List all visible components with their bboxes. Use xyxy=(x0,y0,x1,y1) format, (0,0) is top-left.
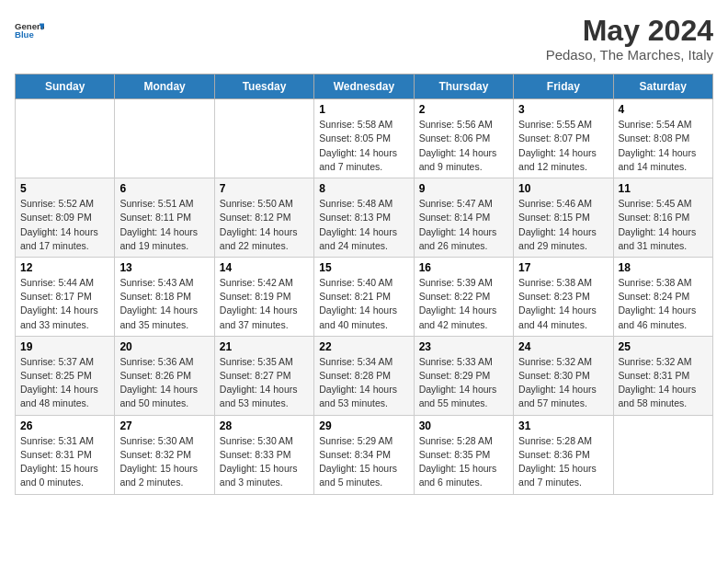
calendar-cell: 5Sunrise: 5:52 AM Sunset: 8:09 PM Daylig… xyxy=(16,178,115,258)
day-number: 29 xyxy=(319,419,408,432)
calendar-week: 5Sunrise: 5:52 AM Sunset: 8:09 PM Daylig… xyxy=(16,178,713,258)
day-info: Sunrise: 5:46 AM Sunset: 8:15 PM Dayligh… xyxy=(518,197,608,253)
day-number: 31 xyxy=(518,419,608,432)
day-info: Sunrise: 5:39 AM Sunset: 8:22 PM Dayligh… xyxy=(419,276,508,332)
day-number: 14 xyxy=(220,261,309,274)
calendar-cell xyxy=(214,99,313,178)
day-number: 24 xyxy=(518,340,608,353)
day-info: Sunrise: 5:55 AM Sunset: 8:07 PM Dayligh… xyxy=(518,118,608,174)
day-info: Sunrise: 5:48 AM Sunset: 8:13 PM Dayligh… xyxy=(319,197,408,253)
calendar-cell xyxy=(16,99,115,178)
day-number: 20 xyxy=(119,340,209,353)
day-info: Sunrise: 5:32 AM Sunset: 8:31 PM Dayligh… xyxy=(619,355,708,411)
dow-header: Monday xyxy=(115,75,214,99)
day-number: 8 xyxy=(319,182,408,195)
calendar-cell: 11Sunrise: 5:45 AM Sunset: 8:16 PM Dayli… xyxy=(613,178,712,258)
calendar-cell: 16Sunrise: 5:39 AM Sunset: 8:22 PM Dayli… xyxy=(414,257,513,336)
calendar-cell: 20Sunrise: 5:36 AM Sunset: 8:26 PM Dayli… xyxy=(115,336,214,415)
calendar-cell: 27Sunrise: 5:30 AM Sunset: 8:32 PM Dayli… xyxy=(115,415,214,494)
day-info: Sunrise: 5:35 AM Sunset: 8:27 PM Dayligh… xyxy=(220,355,309,411)
month-title: May 2024 xyxy=(546,15,713,47)
dow-header: Saturday xyxy=(613,75,712,99)
location-title: Pedaso, The Marches, Italy xyxy=(546,47,713,63)
calendar-cell: 29Sunrise: 5:29 AM Sunset: 8:34 PM Dayli… xyxy=(314,415,414,494)
day-number: 1 xyxy=(319,103,408,116)
day-info: Sunrise: 5:50 AM Sunset: 8:12 PM Dayligh… xyxy=(220,197,309,253)
day-info: Sunrise: 5:44 AM Sunset: 8:17 PM Dayligh… xyxy=(20,276,109,332)
day-number: 6 xyxy=(119,182,209,195)
day-info: Sunrise: 5:28 AM Sunset: 8:36 PM Dayligh… xyxy=(518,434,608,490)
calendar-cell: 23Sunrise: 5:33 AM Sunset: 8:29 PM Dayli… xyxy=(414,336,513,415)
day-number: 27 xyxy=(119,419,209,432)
calendar-week: 19Sunrise: 5:37 AM Sunset: 8:25 PM Dayli… xyxy=(16,336,713,415)
day-info: Sunrise: 5:51 AM Sunset: 8:11 PM Dayligh… xyxy=(119,197,209,253)
day-info: Sunrise: 5:52 AM Sunset: 8:09 PM Dayligh… xyxy=(20,197,109,253)
calendar-cell: 22Sunrise: 5:34 AM Sunset: 8:28 PM Dayli… xyxy=(314,336,414,415)
calendar-cell: 24Sunrise: 5:32 AM Sunset: 8:30 PM Dayli… xyxy=(514,336,613,415)
calendar-cell: 17Sunrise: 5:38 AM Sunset: 8:23 PM Dayli… xyxy=(514,257,613,336)
calendar-cell: 26Sunrise: 5:31 AM Sunset: 8:31 PM Dayli… xyxy=(16,415,115,494)
day-info: Sunrise: 5:36 AM Sunset: 8:26 PM Dayligh… xyxy=(119,355,209,411)
calendar-cell: 25Sunrise: 5:32 AM Sunset: 8:31 PM Dayli… xyxy=(613,336,712,415)
day-number: 9 xyxy=(419,182,508,195)
calendar-cell: 15Sunrise: 5:40 AM Sunset: 8:21 PM Dayli… xyxy=(314,257,414,336)
day-info: Sunrise: 5:30 AM Sunset: 8:33 PM Dayligh… xyxy=(220,434,309,490)
day-number: 11 xyxy=(619,182,708,195)
day-info: Sunrise: 5:38 AM Sunset: 8:24 PM Dayligh… xyxy=(619,276,708,332)
day-number: 17 xyxy=(518,261,608,274)
day-number: 15 xyxy=(319,261,408,274)
dow-header: Sunday xyxy=(16,75,115,99)
logo: General Blue xyxy=(15,15,44,44)
day-number: 3 xyxy=(518,103,608,116)
day-info: Sunrise: 5:58 AM Sunset: 8:05 PM Dayligh… xyxy=(319,118,408,174)
calendar-cell xyxy=(115,99,214,178)
calendar-cell: 13Sunrise: 5:43 AM Sunset: 8:18 PM Dayli… xyxy=(115,257,214,336)
calendar-cell: 8Sunrise: 5:48 AM Sunset: 8:13 PM Daylig… xyxy=(314,178,414,258)
day-info: Sunrise: 5:38 AM Sunset: 8:23 PM Dayligh… xyxy=(518,276,608,332)
calendar-week: 12Sunrise: 5:44 AM Sunset: 8:17 PM Dayli… xyxy=(16,257,713,336)
day-number: 25 xyxy=(619,340,708,353)
calendar-cell: 10Sunrise: 5:46 AM Sunset: 8:15 PM Dayli… xyxy=(514,178,613,258)
page-header: General Blue May 2024 Pedaso, The Marche… xyxy=(15,15,713,63)
day-info: Sunrise: 5:33 AM Sunset: 8:29 PM Dayligh… xyxy=(419,355,508,411)
day-info: Sunrise: 5:42 AM Sunset: 8:19 PM Dayligh… xyxy=(220,276,309,332)
day-number: 7 xyxy=(220,182,309,195)
title-area: May 2024 Pedaso, The Marches, Italy xyxy=(546,15,713,63)
day-info: Sunrise: 5:34 AM Sunset: 8:28 PM Dayligh… xyxy=(319,355,408,411)
day-number: 23 xyxy=(419,340,508,353)
day-number: 21 xyxy=(220,340,309,353)
day-info: Sunrise: 5:28 AM Sunset: 8:35 PM Dayligh… xyxy=(419,434,508,490)
day-info: Sunrise: 5:43 AM Sunset: 8:18 PM Dayligh… xyxy=(119,276,209,332)
day-number: 16 xyxy=(419,261,508,274)
calendar-cell: 2Sunrise: 5:56 AM Sunset: 8:06 PM Daylig… xyxy=(414,99,513,178)
calendar-body: 1Sunrise: 5:58 AM Sunset: 8:05 PM Daylig… xyxy=(16,99,713,494)
calendar-cell: 1Sunrise: 5:58 AM Sunset: 8:05 PM Daylig… xyxy=(314,99,414,178)
day-number: 12 xyxy=(20,261,109,274)
calendar-cell xyxy=(613,415,712,494)
day-number: 22 xyxy=(319,340,408,353)
day-info: Sunrise: 5:40 AM Sunset: 8:21 PM Dayligh… xyxy=(319,276,408,332)
day-number: 30 xyxy=(419,419,508,432)
day-number: 19 xyxy=(20,340,109,353)
day-number: 4 xyxy=(619,103,708,116)
day-info: Sunrise: 5:31 AM Sunset: 8:31 PM Dayligh… xyxy=(20,434,109,490)
calendar-cell: 12Sunrise: 5:44 AM Sunset: 8:17 PM Dayli… xyxy=(16,257,115,336)
calendar-week: 1Sunrise: 5:58 AM Sunset: 8:05 PM Daylig… xyxy=(16,99,713,178)
dow-header: Wednesday xyxy=(314,75,414,99)
calendar-cell: 30Sunrise: 5:28 AM Sunset: 8:35 PM Dayli… xyxy=(414,415,513,494)
svg-text:Blue: Blue xyxy=(15,29,34,40)
day-info: Sunrise: 5:54 AM Sunset: 8:08 PM Dayligh… xyxy=(619,118,708,174)
day-number: 28 xyxy=(220,419,309,432)
day-number: 26 xyxy=(20,419,109,432)
calendar-cell: 3Sunrise: 5:55 AM Sunset: 8:07 PM Daylig… xyxy=(514,99,613,178)
calendar-cell: 28Sunrise: 5:30 AM Sunset: 8:33 PM Dayli… xyxy=(214,415,313,494)
day-info: Sunrise: 5:32 AM Sunset: 8:30 PM Dayligh… xyxy=(518,355,608,411)
calendar-cell: 6Sunrise: 5:51 AM Sunset: 8:11 PM Daylig… xyxy=(115,178,214,258)
calendar-cell: 4Sunrise: 5:54 AM Sunset: 8:08 PM Daylig… xyxy=(613,99,712,178)
day-number: 10 xyxy=(518,182,608,195)
day-number: 18 xyxy=(619,261,708,274)
dow-header: Friday xyxy=(514,75,613,99)
days-of-week-row: SundayMondayTuesdayWednesdayThursdayFrid… xyxy=(16,75,713,99)
calendar-cell: 18Sunrise: 5:38 AM Sunset: 8:24 PM Dayli… xyxy=(613,257,712,336)
calendar-table: SundayMondayTuesdayWednesdayThursdayFrid… xyxy=(15,74,713,494)
